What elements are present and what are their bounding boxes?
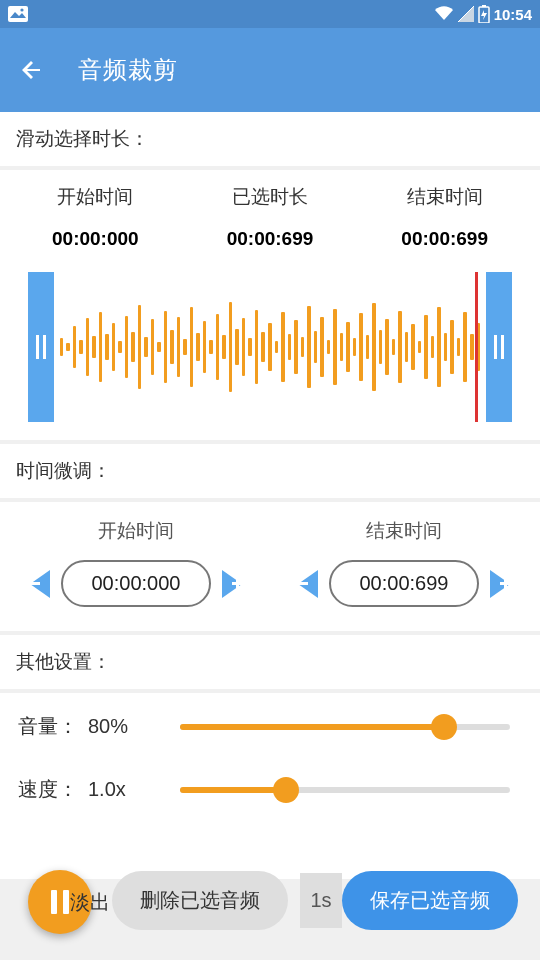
status-bar: 10:54 [0, 0, 540, 28]
fine-tune-panel: 开始时间 00:00:000 结束时间 00:00:699 [0, 502, 540, 631]
end-time-increment[interactable] [487, 564, 513, 604]
speed-label: 速度： [18, 776, 88, 803]
end-time-decrement[interactable] [295, 564, 321, 604]
other-settings-panel: 音量： 80% 速度： 1.0x [0, 693, 540, 879]
speed-slider[interactable] [180, 787, 510, 793]
playhead[interactable] [475, 272, 478, 422]
duration-value: 00:00:699 [183, 228, 358, 250]
speed-value: 1.0x [88, 778, 168, 801]
wifi-icon [434, 6, 454, 22]
app-bar: 音频裁剪 [0, 28, 540, 112]
bottom-bar: 淡出 删除已选音频 1s 保存已选音频 [0, 871, 540, 930]
back-button[interactable] [8, 46, 56, 94]
trim-handle-left[interactable] [28, 272, 54, 422]
start-time-decrement[interactable] [27, 564, 53, 604]
end-time-value: 00:00:699 [357, 228, 532, 250]
slide-select-header: 滑动选择时长： [0, 112, 540, 166]
volume-label: 音量： [18, 713, 88, 740]
delete-selection-button[interactable]: 删除已选音频 [112, 871, 288, 930]
fine-tune-header: 时间微调： [0, 444, 540, 498]
other-settings-header: 其他设置： [0, 635, 540, 689]
volume-value: 80% [88, 715, 168, 738]
arrow-left-icon [18, 56, 46, 84]
fine-end-value[interactable]: 00:00:699 [329, 560, 479, 607]
start-time-label: 开始时间 [8, 184, 183, 210]
fine-start-label: 开始时间 [98, 518, 174, 544]
fine-start-value[interactable]: 00:00:000 [61, 560, 211, 607]
times-panel: 开始时间 00:00:000 已选时长 00:00:699 结束时间 00:00… [0, 170, 540, 272]
page-title: 音频裁剪 [78, 54, 178, 86]
battery-icon [478, 5, 490, 23]
waveform-panel [0, 272, 540, 422]
status-time: 10:54 [494, 6, 532, 23]
trim-handle-right[interactable] [486, 272, 512, 422]
waveform[interactable] [54, 272, 486, 422]
photo-icon [8, 6, 28, 22]
end-time-label: 结束时间 [357, 184, 532, 210]
svg-rect-4 [482, 5, 486, 7]
save-selection-button[interactable]: 保存已选音频 [342, 871, 518, 930]
svg-point-1 [20, 8, 23, 11]
volume-slider[interactable] [180, 724, 510, 730]
signal-icon [458, 6, 474, 22]
pause-icon [51, 890, 69, 914]
duration-label: 已选时长 [183, 184, 358, 210]
fadeout-badge[interactable]: 1s [300, 873, 341, 928]
start-time-value: 00:00:000 [8, 228, 183, 250]
fine-end-label: 结束时间 [366, 518, 442, 544]
svg-rect-0 [8, 6, 28, 22]
fadeout-label: 淡出 [70, 889, 110, 916]
start-time-increment[interactable] [219, 564, 245, 604]
